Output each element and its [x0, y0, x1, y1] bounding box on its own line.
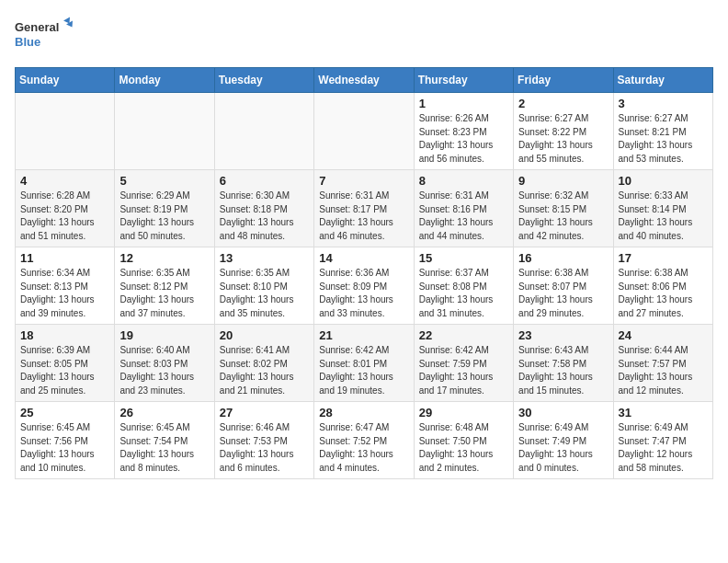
- day-number: 12: [119, 251, 209, 265]
- calendar-week-2: 4Sunrise: 6:28 AM Sunset: 8:20 PM Daylig…: [16, 170, 713, 247]
- calendar-cell: 4Sunrise: 6:28 AM Sunset: 8:20 PM Daylig…: [16, 170, 115, 247]
- day-info: Sunrise: 6:26 AM Sunset: 8:23 PM Dayligh…: [419, 112, 508, 166]
- day-number: 4: [20, 174, 109, 188]
- calendar-table: SundayMondayTuesdayWednesdayThursdayFrid…: [15, 67, 713, 479]
- calendar-cell: 1Sunrise: 6:26 AM Sunset: 8:23 PM Daylig…: [414, 93, 513, 170]
- day-info: Sunrise: 6:34 AM Sunset: 8:13 PM Dayligh…: [20, 267, 109, 320]
- calendar-cell: 13Sunrise: 6:35 AM Sunset: 8:10 PM Dayli…: [214, 247, 313, 325]
- day-info: Sunrise: 6:42 AM Sunset: 7:59 PM Dayligh…: [419, 344, 508, 397]
- header-cell-thursday: Thursday: [414, 68, 513, 93]
- calendar-cell: 11Sunrise: 6:34 AM Sunset: 8:13 PM Dayli…: [16, 247, 115, 325]
- day-number: 19: [119, 328, 209, 342]
- calendar-cell: 20Sunrise: 6:41 AM Sunset: 8:02 PM Dayli…: [214, 325, 313, 402]
- day-info: Sunrise: 6:44 AM Sunset: 7:57 PM Dayligh…: [619, 344, 708, 397]
- svg-text:General: General: [15, 20, 59, 34]
- header-cell-saturday: Saturday: [613, 68, 712, 93]
- calendar-cell: 8Sunrise: 6:31 AM Sunset: 8:16 PM Daylig…: [414, 170, 513, 247]
- day-info: Sunrise: 6:27 AM Sunset: 8:22 PM Dayligh…: [518, 112, 608, 166]
- day-info: Sunrise: 6:33 AM Sunset: 8:14 PM Dayligh…: [619, 190, 708, 243]
- calendar-cell: [314, 93, 414, 170]
- svg-text:Blue: Blue: [15, 35, 40, 49]
- day-info: Sunrise: 6:45 AM Sunset: 7:56 PM Dayligh…: [20, 421, 109, 475]
- day-info: Sunrise: 6:41 AM Sunset: 8:02 PM Dayligh…: [220, 344, 309, 397]
- day-info: Sunrise: 6:47 AM Sunset: 7:52 PM Dayligh…: [319, 421, 408, 475]
- calendar-cell: 2Sunrise: 6:27 AM Sunset: 8:22 PM Daylig…: [514, 93, 613, 170]
- day-info: Sunrise: 6:30 AM Sunset: 8:18 PM Dayligh…: [220, 190, 309, 243]
- day-number: 3: [619, 97, 708, 110]
- calendar-cell: 27Sunrise: 6:46 AM Sunset: 7:53 PM Dayli…: [214, 402, 313, 479]
- logo: General Blue: [15, 15, 79, 56]
- calendar-cell: 10Sunrise: 6:33 AM Sunset: 8:14 PM Dayli…: [613, 170, 712, 247]
- calendar-cell: 24Sunrise: 6:44 AM Sunset: 7:57 PM Dayli…: [613, 325, 712, 402]
- calendar-cell: 22Sunrise: 6:42 AM Sunset: 7:59 PM Dayli…: [414, 325, 513, 402]
- calendar-cell: 28Sunrise: 6:47 AM Sunset: 7:52 PM Dayli…: [314, 402, 414, 479]
- header-cell-monday: Monday: [115, 68, 214, 93]
- calendar-cell: 23Sunrise: 6:43 AM Sunset: 7:58 PM Dayli…: [514, 325, 613, 402]
- day-number: 14: [319, 251, 408, 265]
- day-number: 8: [419, 174, 508, 188]
- day-info: Sunrise: 6:42 AM Sunset: 8:01 PM Dayligh…: [319, 344, 408, 397]
- calendar-week-5: 25Sunrise: 6:45 AM Sunset: 7:56 PM Dayli…: [16, 402, 713, 479]
- day-info: Sunrise: 6:38 AM Sunset: 8:07 PM Dayligh…: [518, 267, 608, 320]
- day-info: Sunrise: 6:40 AM Sunset: 8:03 PM Dayligh…: [119, 344, 209, 397]
- calendar-cell: 15Sunrise: 6:37 AM Sunset: 8:08 PM Dayli…: [414, 247, 513, 325]
- day-number: 15: [419, 251, 508, 265]
- day-info: Sunrise: 6:36 AM Sunset: 8:09 PM Dayligh…: [319, 267, 408, 320]
- day-info: Sunrise: 6:49 AM Sunset: 7:47 PM Dayligh…: [619, 421, 708, 475]
- day-number: 28: [319, 406, 408, 419]
- calendar-header-row: SundayMondayTuesdayWednesdayThursdayFrid…: [16, 68, 713, 93]
- calendar-cell: 14Sunrise: 6:36 AM Sunset: 8:09 PM Dayli…: [314, 247, 414, 325]
- header-cell-sunday: Sunday: [16, 68, 115, 93]
- header-cell-wednesday: Wednesday: [314, 68, 414, 93]
- calendar-cell: 31Sunrise: 6:49 AM Sunset: 7:47 PM Dayli…: [613, 402, 712, 479]
- day-info: Sunrise: 6:35 AM Sunset: 8:12 PM Dayligh…: [119, 267, 209, 320]
- calendar-cell: 9Sunrise: 6:32 AM Sunset: 8:15 PM Daylig…: [514, 170, 613, 247]
- calendar-cell: 30Sunrise: 6:49 AM Sunset: 7:49 PM Dayli…: [514, 402, 613, 479]
- day-info: Sunrise: 6:35 AM Sunset: 8:10 PM Dayligh…: [220, 267, 309, 320]
- day-number: 6: [220, 174, 309, 188]
- day-info: Sunrise: 6:43 AM Sunset: 7:58 PM Dayligh…: [518, 344, 608, 397]
- day-number: 16: [518, 251, 608, 265]
- calendar-week-1: 1Sunrise: 6:26 AM Sunset: 8:23 PM Daylig…: [16, 93, 713, 170]
- day-info: Sunrise: 6:29 AM Sunset: 8:19 PM Dayligh…: [119, 190, 209, 243]
- day-info: Sunrise: 6:37 AM Sunset: 8:08 PM Dayligh…: [419, 267, 508, 320]
- day-info: Sunrise: 6:48 AM Sunset: 7:50 PM Dayligh…: [419, 421, 508, 475]
- day-info: Sunrise: 6:31 AM Sunset: 8:16 PM Dayligh…: [419, 190, 508, 243]
- calendar-cell: 25Sunrise: 6:45 AM Sunset: 7:56 PM Dayli…: [16, 402, 115, 479]
- day-number: 20: [220, 328, 309, 342]
- day-info: Sunrise: 6:46 AM Sunset: 7:53 PM Dayligh…: [220, 421, 309, 475]
- calendar-cell: 17Sunrise: 6:38 AM Sunset: 8:06 PM Dayli…: [613, 247, 712, 325]
- day-number: 29: [419, 406, 508, 419]
- day-number: 30: [518, 406, 608, 419]
- day-info: Sunrise: 6:39 AM Sunset: 8:05 PM Dayligh…: [20, 344, 109, 397]
- calendar-cell: 18Sunrise: 6:39 AM Sunset: 8:05 PM Dayli…: [16, 325, 115, 402]
- day-number: 23: [518, 328, 608, 342]
- calendar-cell: [115, 93, 214, 170]
- calendar-cell: 7Sunrise: 6:31 AM Sunset: 8:17 PM Daylig…: [314, 170, 414, 247]
- day-number: 25: [20, 406, 109, 419]
- calendar-cell: 3Sunrise: 6:27 AM Sunset: 8:21 PM Daylig…: [613, 93, 712, 170]
- day-number: 5: [119, 174, 209, 188]
- day-number: 2: [518, 97, 608, 110]
- day-number: 22: [419, 328, 508, 342]
- day-number: 27: [220, 406, 309, 419]
- calendar-cell: 16Sunrise: 6:38 AM Sunset: 8:07 PM Dayli…: [514, 247, 613, 325]
- calendar-cell: 26Sunrise: 6:45 AM Sunset: 7:54 PM Dayli…: [115, 402, 214, 479]
- calendar-cell: 6Sunrise: 6:30 AM Sunset: 8:18 PM Daylig…: [214, 170, 313, 247]
- day-info: Sunrise: 6:49 AM Sunset: 7:49 PM Dayligh…: [518, 421, 608, 475]
- day-number: 26: [119, 406, 209, 419]
- logo-svg: General Blue: [15, 15, 79, 56]
- day-number: 13: [220, 251, 309, 265]
- calendar-cell: [16, 93, 115, 170]
- day-number: 31: [619, 406, 708, 419]
- calendar-week-3: 11Sunrise: 6:34 AM Sunset: 8:13 PM Dayli…: [16, 247, 713, 325]
- day-number: 21: [319, 328, 408, 342]
- calendar-week-4: 18Sunrise: 6:39 AM Sunset: 8:05 PM Dayli…: [16, 325, 713, 402]
- day-info: Sunrise: 6:32 AM Sunset: 8:15 PM Dayligh…: [518, 190, 608, 243]
- header: General Blue: [15, 15, 713, 56]
- day-number: 10: [619, 174, 708, 188]
- day-info: Sunrise: 6:28 AM Sunset: 8:20 PM Dayligh…: [20, 190, 109, 243]
- calendar-cell: 21Sunrise: 6:42 AM Sunset: 8:01 PM Dayli…: [314, 325, 414, 402]
- calendar-cell: [214, 93, 313, 170]
- day-info: Sunrise: 6:31 AM Sunset: 8:17 PM Dayligh…: [319, 190, 408, 243]
